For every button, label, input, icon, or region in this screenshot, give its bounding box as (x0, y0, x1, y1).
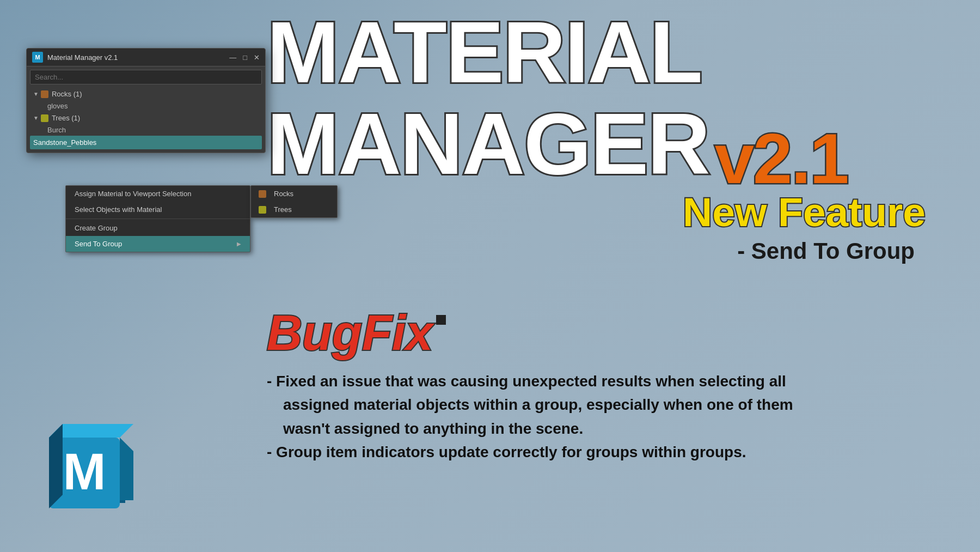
context-create-group[interactable]: Create Group (66, 220, 250, 236)
bugfix-bullet1-cont: assigned material objects within a group… (267, 393, 920, 416)
create-group-label: Create Group (75, 224, 118, 232)
svg-marker-2 (120, 438, 133, 500)
send-to-group-label: - Send To Group (267, 238, 915, 264)
submenu-rocks[interactable]: Rocks (251, 186, 337, 202)
rocks-label: Rocks (1) (52, 90, 82, 98)
trees-child-burch[interactable]: Burch (30, 124, 262, 136)
material-manager-window: M Material Manager v2.1 — □ ✕ ▼ Rocks (1… (26, 48, 266, 153)
title-line2: MANAGER (267, 94, 709, 194)
close-button[interactable]: ✕ (254, 53, 260, 62)
maximize-button[interactable]: □ (243, 53, 247, 62)
title-area: MATERIAL MANAGER v2.1 New Feature - Send… (267, 11, 958, 264)
submenu-arrow-icon: ▶ (237, 241, 241, 247)
window-title: Material Manager v2.1 (47, 53, 225, 62)
svg-marker-4 (49, 424, 63, 508)
search-input[interactable] (30, 70, 262, 84)
bugfix-area: BugFix - Fixed an issue that was causing… (267, 305, 947, 464)
group-trees[interactable]: ▼ Trees (1) (30, 112, 262, 124)
group-rocks[interactable]: ▼ Rocks (1) (30, 88, 262, 100)
app-icon: M (32, 52, 43, 63)
select-objects-label: Select Objects with Material (75, 205, 162, 214)
app-logo: M (33, 410, 142, 519)
rocks-arrow: ▼ (33, 91, 39, 97)
trees-arrow: ▼ (33, 115, 39, 121)
window-controls: — □ ✕ (229, 53, 260, 62)
context-send-to-group[interactable]: Send To Group ▶ (66, 236, 250, 252)
window-titlebar: M Material Manager v2.1 — □ ✕ (27, 48, 265, 66)
bugfix-title: BugFix (267, 305, 446, 361)
context-menu: Assign Material to Viewport Selection Se… (65, 185, 250, 252)
window-body: ▼ Rocks (1) gloves ▼ Trees (1) Burch San… (27, 66, 265, 153)
context-separator (66, 219, 250, 219)
bugfix-bullet1: - Fixed an issue that was causing unexpe… (267, 369, 920, 393)
minimize-button[interactable]: — (229, 53, 236, 62)
submenu-trees-icon (259, 206, 266, 214)
rocks-folder-icon (41, 90, 48, 98)
send-to-group-menu-label: Send To Group (75, 240, 122, 248)
submenu-rocks-icon (259, 190, 266, 198)
bugfix-bullet2: - Group item indicators update correctly… (267, 440, 920, 464)
submenu-rocks-label: Rocks (274, 190, 293, 198)
new-feature-label: New Feature (267, 189, 926, 235)
trees-label: Trees (1) (52, 114, 80, 122)
selected-material[interactable]: Sandstone_Pebbles (30, 136, 262, 149)
rocks-child-gloves[interactable]: gloves (30, 100, 262, 112)
title-version: v2.1 (715, 123, 848, 194)
trees-folder-icon (41, 114, 48, 122)
title-line1: MATERIAL (267, 11, 958, 94)
submenu-trees[interactable]: Trees (251, 202, 337, 217)
send-to-group-submenu: Rocks Trees (250, 185, 338, 218)
svg-text:M: M (63, 442, 106, 500)
bugfix-bullet1-cont2: wasn't assigned to anything in the scene… (267, 417, 920, 440)
context-assign-material[interactable]: Assign Material to Viewport Selection (66, 186, 250, 202)
submenu-trees-label: Trees (274, 205, 292, 214)
assign-material-label: Assign Material to Viewport Selection (75, 190, 191, 198)
context-select-objects[interactable]: Select Objects with Material (66, 202, 250, 217)
bugfix-content: - Fixed an issue that was causing unexpe… (267, 369, 920, 464)
